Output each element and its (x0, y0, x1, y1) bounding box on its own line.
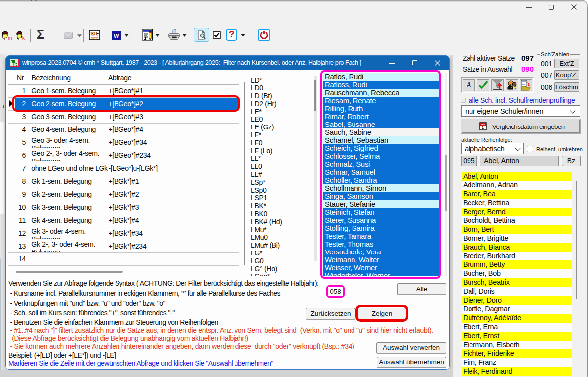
svg-text:1: 1 (482, 126, 484, 129)
svg-text:RTF: RTF (90, 31, 99, 36)
svg-text:W: W (114, 33, 119, 40)
svg-text:m: m (8, 35, 12, 41)
svg-text:JAN: JAN (481, 123, 485, 126)
svg-text:k: k (22, 35, 25, 41)
